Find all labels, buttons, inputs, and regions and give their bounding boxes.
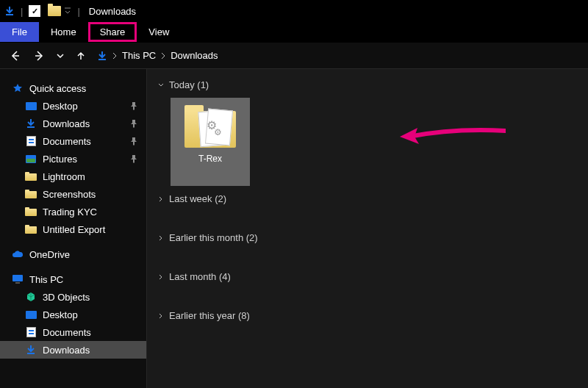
pin-icon bbox=[130, 119, 137, 128]
chevron-down-icon bbox=[157, 82, 165, 89]
tab-file[interactable]: File bbox=[0, 22, 39, 42]
group-header-earlier-this-year[interactable]: Earlier this year (8) bbox=[157, 307, 578, 324]
group-earlier-this-year: Earlier this year (8) bbox=[157, 307, 578, 324]
cloud-icon bbox=[12, 248, 24, 260]
sidebar-item-screenshots[interactable]: Screenshots bbox=[0, 185, 146, 203]
recent-locations-icon[interactable] bbox=[56, 51, 65, 60]
download-root-icon[interactable] bbox=[97, 51, 107, 61]
group-header-last-week[interactable]: Last week (2) bbox=[157, 190, 578, 207]
sidebar-item-3d-objects[interactable]: 3D Objects bbox=[0, 288, 146, 306]
pin-icon bbox=[130, 137, 137, 146]
sidebar-item-desktop-pc[interactable]: Desktop bbox=[0, 306, 146, 323]
breadcrumb-this-pc[interactable]: This PC bbox=[122, 50, 156, 61]
sidebar-item-lightroom[interactable]: Lightroom bbox=[0, 168, 146, 185]
chevron-right-icon bbox=[157, 195, 165, 203]
download-icon bbox=[25, 344, 37, 356]
nav-toolbar: This PC Downloads bbox=[0, 43, 588, 69]
sidebar-item-trading-kyc[interactable]: Trading KYC bbox=[0, 203, 146, 220]
address-breadcrumb[interactable]: This PC Downloads bbox=[97, 50, 218, 61]
star-icon bbox=[12, 82, 24, 94]
this-pc-header[interactable]: This PC bbox=[0, 270, 146, 288]
pin-icon bbox=[130, 154, 137, 163]
tab-home[interactable]: Home bbox=[39, 22, 88, 42]
separator: | bbox=[21, 6, 23, 17]
folder-icon bbox=[25, 206, 37, 218]
chevron-right-icon bbox=[157, 234, 165, 242]
document-icon bbox=[25, 326, 37, 338]
qat-dropdown-icon[interactable] bbox=[64, 7, 71, 15]
group-today: Today (1) ⚙⚙ T-Rex bbox=[157, 76, 578, 186]
tab-share[interactable]: Share bbox=[88, 22, 137, 42]
group-last-week: Last week (2) bbox=[157, 190, 578, 207]
breadcrumb-downloads[interactable]: Downloads bbox=[171, 50, 218, 61]
group-today-items: ⚙⚙ T-Rex bbox=[157, 93, 578, 186]
folder-icon bbox=[25, 170, 37, 182]
picture-icon bbox=[25, 153, 37, 165]
sidebar-item-downloads-pc[interactable]: Downloads bbox=[0, 341, 146, 359]
quick-access-header[interactable]: Quick access bbox=[0, 79, 146, 97]
app-icon bbox=[4, 6, 15, 16]
group-last-month: Last month (4) bbox=[157, 268, 578, 285]
window-title: Downloads bbox=[89, 6, 136, 17]
file-item-label: T-Rex bbox=[198, 154, 222, 164]
ribbon-tabs: File Home Share View bbox=[0, 22, 588, 43]
group-earlier-this-month: Earlier this month (2) bbox=[157, 229, 578, 246]
document-icon bbox=[25, 135, 37, 147]
sidebar-item-untitled-export[interactable]: Untitled Export bbox=[0, 220, 146, 238]
sidebar-item-documents-pc[interactable]: Documents bbox=[0, 323, 146, 341]
desktop-icon bbox=[25, 309, 37, 320]
navigation-pane: Quick access Desktop Downloads Documents… bbox=[0, 69, 147, 388]
chevron-right-icon bbox=[157, 312, 165, 320]
group-header-earlier-this-month[interactable]: Earlier this month (2) bbox=[157, 229, 578, 246]
forward-button[interactable] bbox=[32, 49, 46, 62]
file-item-t-rex[interactable]: ⚙⚙ T-Rex bbox=[171, 98, 250, 186]
sidebar-item-documents[interactable]: Documents bbox=[0, 132, 146, 150]
sidebar-item-pictures[interactable]: Pictures bbox=[0, 150, 146, 168]
properties-icon[interactable]: ✓ bbox=[29, 5, 40, 17]
pc-icon bbox=[12, 273, 24, 285]
folder-icon bbox=[48, 6, 61, 16]
download-icon bbox=[25, 118, 37, 129]
pin-icon bbox=[130, 101, 137, 110]
folder-icon bbox=[25, 223, 37, 235]
this-pc-group: This PC 3D Objects Desktop Documents Dow… bbox=[0, 270, 146, 359]
tab-view[interactable]: View bbox=[137, 22, 181, 42]
sidebar-item-downloads[interactable]: Downloads bbox=[0, 115, 146, 132]
cube-icon bbox=[25, 291, 37, 303]
back-button[interactable] bbox=[9, 49, 22, 62]
titlebar: | ✓ | Downloads bbox=[0, 0, 588, 22]
svg-rect-0 bbox=[12, 275, 23, 281]
folder-docs-icon: ⚙⚙ bbox=[184, 105, 236, 148]
onedrive-header[interactable]: OneDrive bbox=[0, 245, 146, 263]
chevron-right-icon[interactable] bbox=[112, 52, 118, 60]
folder-icon bbox=[25, 188, 37, 200]
desktop-icon bbox=[25, 100, 37, 112]
quick-access-label: Quick access bbox=[29, 83, 86, 94]
svg-rect-1 bbox=[15, 282, 20, 284]
up-button[interactable] bbox=[75, 50, 87, 62]
group-header-last-month[interactable]: Last month (4) bbox=[157, 268, 578, 285]
file-list[interactable]: Today (1) ⚙⚙ T-Rex Last week (2) bbox=[147, 69, 588, 388]
chevron-right-icon bbox=[157, 273, 165, 281]
quick-access-group: Quick access Desktop Downloads Documents… bbox=[0, 79, 146, 238]
onedrive-group: OneDrive bbox=[0, 245, 146, 263]
client-area: Quick access Desktop Downloads Documents… bbox=[0, 69, 588, 388]
separator: | bbox=[77, 6, 79, 17]
sidebar-item-desktop[interactable]: Desktop bbox=[0, 97, 146, 115]
group-header-today[interactable]: Today (1) bbox=[157, 76, 578, 93]
chevron-right-icon[interactable] bbox=[160, 52, 166, 60]
